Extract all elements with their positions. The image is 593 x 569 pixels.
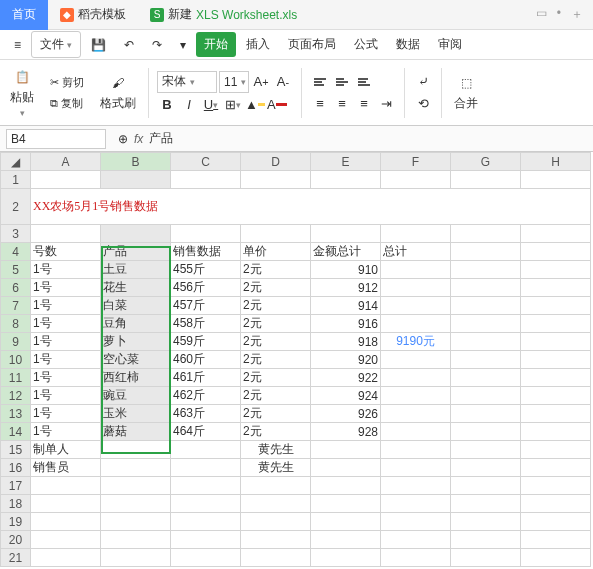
bold-button[interactable]: B xyxy=(157,95,177,115)
cell[interactable]: 号数 xyxy=(31,243,101,261)
align-top-button[interactable] xyxy=(310,72,330,92)
align-right-button[interactable]: ≡ xyxy=(354,94,374,114)
bucket-icon: ▲ xyxy=(245,97,258,112)
copy-icon: ⧉ xyxy=(50,97,58,110)
cut-button[interactable]: ✂剪切 xyxy=(46,73,88,92)
menu-begin[interactable]: 开始 xyxy=(196,32,236,57)
tab-dropdown-icon[interactable]: • xyxy=(557,6,561,23)
tabs-controls: ▭ • ＋ xyxy=(536,6,593,23)
tab-workbook[interactable]: S 新建 XLS Worksheet.xls xyxy=(138,0,309,30)
row-header[interactable]: 1 xyxy=(1,171,31,189)
row-header[interactable]: 8 xyxy=(1,315,31,333)
title-cell[interactable]: XX农场5月1号销售数据 xyxy=(31,189,591,225)
clipboard-icon: 📋 xyxy=(12,67,32,87)
italic-button[interactable]: I xyxy=(179,95,199,115)
align-middle-button[interactable] xyxy=(332,72,352,92)
row-header[interactable]: 9 xyxy=(1,333,31,351)
wrap-button[interactable]: ⤶ xyxy=(413,72,433,92)
font-family-select[interactable]: 宋体▾ xyxy=(157,71,217,93)
fill-color-button[interactable]: ▲ xyxy=(245,95,265,115)
row-header[interactable]: 5 xyxy=(1,261,31,279)
chevron-down-icon: ▾ xyxy=(67,40,72,50)
indent-button[interactable]: ⇥ xyxy=(376,94,396,114)
align-left-button[interactable]: ≡ xyxy=(310,94,330,114)
merge-button[interactable]: ⬚ 合并 xyxy=(450,71,482,114)
tab-home[interactable]: 首页 xyxy=(0,0,48,30)
spreadsheet[interactable]: ◢ A B C D E F G H 1 2XX农场5月1号销售数据 3 4 号数… xyxy=(0,152,593,567)
row-header[interactable]: 15 xyxy=(1,441,31,459)
col-header-d[interactable]: D xyxy=(241,153,311,171)
row-header[interactable]: 4 xyxy=(1,243,31,261)
col-header-c[interactable]: C xyxy=(171,153,241,171)
menu-hamburger[interactable]: ≡ xyxy=(6,34,29,56)
font-color-button[interactable]: A xyxy=(267,95,287,115)
document-tabs: 首页 ◆ 稻壳模板 S 新建 XLS Worksheet.xls ▭ • ＋ xyxy=(0,0,593,30)
border-button[interactable]: ⊞▾ xyxy=(223,95,243,115)
menu-more-icon[interactable]: ▾ xyxy=(172,34,194,56)
row-header[interactable]: 12 xyxy=(1,387,31,405)
row-header[interactable]: 10 xyxy=(1,351,31,369)
cell[interactable]: 产品 xyxy=(101,243,171,261)
fx-label: fx xyxy=(134,132,143,146)
row-header[interactable]: 11 xyxy=(1,369,31,387)
row-header[interactable]: 17 xyxy=(1,477,31,495)
menu-review[interactable]: 审阅 xyxy=(430,32,470,57)
row-header[interactable]: 16 xyxy=(1,459,31,477)
row-header[interactable]: 6 xyxy=(1,279,31,297)
row-header[interactable]: 13 xyxy=(1,405,31,423)
brush-icon: 🖌 xyxy=(108,73,128,93)
merge-icon: ⬚ xyxy=(456,73,476,93)
menu-undo-icon[interactable]: ↶ xyxy=(116,34,142,56)
cell[interactable]: 总计 xyxy=(381,243,451,261)
orientation-button[interactable]: ⟲ xyxy=(413,94,433,114)
menu-redo-icon[interactable]: ↷ xyxy=(144,34,170,56)
menu-insert[interactable]: 插入 xyxy=(238,32,278,57)
col-header-g[interactable]: G xyxy=(451,153,521,171)
row-header[interactable]: 18 xyxy=(1,495,31,513)
row-header[interactable]: 19 xyxy=(1,513,31,531)
grid[interactable]: ◢ A B C D E F G H 1 2XX农场5月1号销售数据 3 4 号数… xyxy=(0,152,591,567)
col-header-h[interactable]: H xyxy=(521,153,591,171)
name-box[interactable]: B4 xyxy=(6,129,106,149)
col-header-b[interactable]: B xyxy=(101,153,171,171)
menu-formula[interactable]: 公式 xyxy=(346,32,386,57)
align-center-button[interactable]: ≡ xyxy=(332,94,352,114)
row-header[interactable]: 2 xyxy=(1,189,31,225)
menu-file[interactable]: 文件▾ xyxy=(31,31,81,58)
fx-insert-icon[interactable]: ⊕ xyxy=(118,132,128,146)
fire-icon: ◆ xyxy=(60,8,74,22)
row-header[interactable]: 7 xyxy=(1,297,31,315)
select-all-corner[interactable]: ◢ xyxy=(1,153,31,171)
cell[interactable]: 金额总计 xyxy=(311,243,381,261)
menu-bar: ≡ 文件▾ 💾 ↶ ↷ ▾ 开始 插入 页面布局 公式 数据 审阅 xyxy=(0,30,593,60)
tab-menu-icon[interactable]: ▭ xyxy=(536,6,547,23)
col-header-e[interactable]: E xyxy=(311,153,381,171)
increase-font-button[interactable]: A+ xyxy=(251,72,271,92)
underline-button[interactable]: U▾ xyxy=(201,95,221,115)
formula-bar: B4 ⊕ fx 产品 xyxy=(0,126,593,152)
align-bottom-button[interactable] xyxy=(354,72,374,92)
row-header[interactable]: 3 xyxy=(1,225,31,243)
font-size-select[interactable]: 11▾ xyxy=(219,71,249,93)
copy-button[interactable]: ⧉复制 xyxy=(46,94,88,113)
sheet-icon: S xyxy=(150,8,164,22)
row-header[interactable]: 21 xyxy=(1,549,31,567)
menu-layout[interactable]: 页面布局 xyxy=(280,32,344,57)
col-header-f[interactable]: F xyxy=(381,153,451,171)
menu-save-icon[interactable]: 💾 xyxy=(83,34,114,56)
tab-template[interactable]: ◆ 稻壳模板 xyxy=(48,0,138,30)
paste-button[interactable]: 📋 粘贴▾ xyxy=(6,65,38,120)
format-painter-button[interactable]: 🖌 格式刷 xyxy=(96,71,140,114)
cell[interactable]: 销售数据 xyxy=(171,243,241,261)
row-header[interactable]: 14 xyxy=(1,423,31,441)
tab-add-icon[interactable]: ＋ xyxy=(571,6,583,23)
scissors-icon: ✂ xyxy=(50,76,59,89)
cell[interactable]: 单价 xyxy=(241,243,311,261)
col-header-a[interactable]: A xyxy=(31,153,101,171)
formula-input[interactable]: 产品 xyxy=(149,130,173,147)
menu-data[interactable]: 数据 xyxy=(388,32,428,57)
ribbon-toolbar: 📋 粘贴▾ ✂剪切 ⧉复制 🖌 格式刷 宋体▾ 11▾ A+ A- B I U▾… xyxy=(0,60,593,126)
decrease-font-button[interactable]: A- xyxy=(273,72,293,92)
row-header[interactable]: 20 xyxy=(1,531,31,549)
